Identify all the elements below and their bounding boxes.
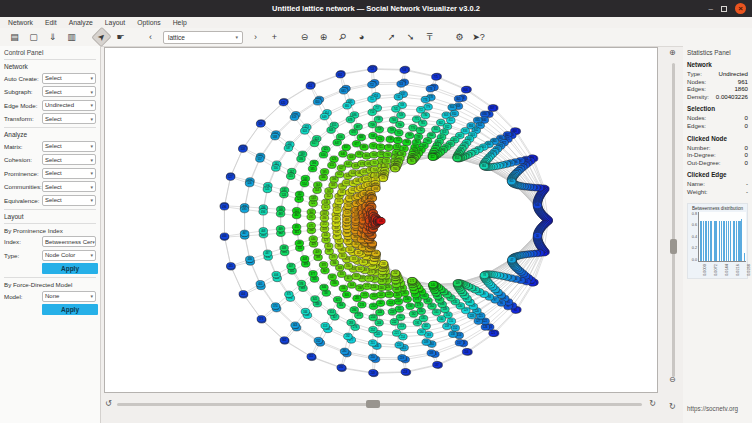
network-node[interactable]: 224 [386,299,395,306]
add-relation-icon[interactable]: + [267,30,282,44]
network-node[interactable]: 775 [432,74,441,81]
network-node[interactable]: 649 [320,113,329,120]
network-node[interactable]: 156 [462,349,471,356]
network-node[interactable]: 439 [295,240,304,247]
network-node[interactable]: 658 [347,154,356,161]
network-node[interactable]: 552 [324,193,333,200]
network-node[interactable]: 791 [407,158,416,165]
network-node[interactable]: 468 [259,228,268,235]
network-node[interactable]: 189 [422,339,431,346]
network-node[interactable]: 404 [239,291,248,298]
network-node[interactable]: 589 [256,121,265,128]
network-node[interactable]: 587 [284,145,293,152]
remove-edge-icon[interactable]: ➘ [403,30,418,44]
network-node[interactable]: 409 [313,249,322,256]
network-node[interactable]: 158 [449,331,458,338]
network-node[interactable]: 253 [369,314,378,321]
close-button[interactable]: × [735,3,746,14]
type-select[interactable]: Node Color ▾ [42,250,96,261]
network-node[interactable]: 437 [263,250,272,257]
menu-edit[interactable]: Edit [45,19,57,26]
network-node[interactable]: 344 [301,308,310,315]
auto-create-select[interactable]: Select▾ [42,73,96,84]
network-node[interactable]: 582 [338,189,347,196]
menu-layout[interactable]: Layout [105,19,125,26]
network-node[interactable]: 525 [263,186,272,193]
network-node[interactable]: 408 [300,256,309,263]
network-node[interactable]: 751 [395,130,404,137]
network-node[interactable]: 378 [319,262,328,269]
network-node[interactable]: 407 [287,263,296,270]
network-node[interactable]: 712 [368,81,377,88]
network-node[interactable]: 553 [313,187,322,194]
network-node[interactable]: 494 [259,209,268,216]
relayout-icon[interactable]: ◕ [354,30,369,44]
network-node[interactable]: 312 [314,337,323,344]
network-node[interactable]: 744 [400,67,409,74]
network-node[interactable]: 471 [307,222,316,229]
graph-canvas[interactable]: 1319319612303262900930932960329639386989… [104,47,658,393]
network-node[interactable]: 688 [357,134,366,141]
network-node[interactable]: 182 [422,323,431,330]
network-node[interactable]: 160 [437,316,446,323]
network-node[interactable]: 314 [327,309,336,316]
network-node[interactable]: 210 [394,298,403,305]
network-node[interactable]: 780 [421,112,430,119]
zoom-slider-handle[interactable] [670,239,677,254]
network-node[interactable]: 181 [419,315,428,322]
network-node[interactable]: 615 [328,162,337,169]
network-node[interactable]: 285 [353,295,362,302]
network-node[interactable]: 304 [348,282,357,289]
communities-select[interactable]: Select▾ [42,181,96,192]
filter-edges-icon[interactable]: ₸ [422,30,437,44]
network-node[interactable]: 614 [335,171,344,178]
network-node[interactable]: 281 [340,348,349,355]
help-pointer-icon[interactable]: ➤? [471,30,486,44]
network-node[interactable]: 466 [220,233,229,240]
network-node[interactable]: 752 [394,137,403,144]
network-node[interactable]: 915 [507,178,516,185]
remove-node-icon[interactable]: ⊖ [297,30,312,44]
network-node[interactable]: 252 [369,326,378,333]
network-node[interactable]: 219 [398,355,407,362]
network-node[interactable]: 741 [392,106,401,113]
edge-mode-select[interactable]: Undirected▾ [42,100,96,111]
network-node[interactable]: 213 [397,323,406,330]
relation-select[interactable]: lattice▾ [163,31,243,44]
zoom-out-icon[interactable]: ⊖ [669,375,676,385]
network-node[interactable]: 493 [276,211,285,218]
network-node[interactable]: 467 [240,230,249,237]
network-node[interactable]: 316 [339,285,348,292]
network-node[interactable]: 682 [336,71,345,78]
network-node[interactable]: 588 [271,133,280,140]
network-node[interactable]: 583 [329,182,338,189]
network-node[interactable]: 750 [396,121,405,128]
network-node[interactable]: 554 [300,180,309,187]
index-select[interactable]: Betweenness Cer ▾ [42,236,96,247]
network-node[interactable]: 711 [368,96,377,103]
network-node[interactable]: 435 [227,263,236,270]
network-node[interactable]: 491 [307,214,316,221]
network-node[interactable]: 946 [533,202,542,209]
network-node[interactable]: 713 [368,66,377,73]
network-node[interactable]: 282 [344,333,353,340]
network-node[interactable]: 526 [245,180,254,187]
network-node[interactable]: 521 [322,204,331,211]
network-node[interactable]: 374 [271,303,280,310]
network-node[interactable]: 760 [391,165,400,172]
network-node[interactable]: 736 [383,151,392,158]
network-node[interactable]: 773 [421,96,430,103]
network-node[interactable]: 837 [488,105,497,112]
menu-help[interactable]: Help [173,19,187,26]
network-node[interactable]: 524 [280,191,289,198]
network-node[interactable]: 495 [240,206,249,213]
network-node[interactable]: 822 [428,154,437,161]
add-node-icon[interactable]: ⊕ [316,30,331,44]
network-node[interactable]: 556 [272,165,281,172]
socnetv-link[interactable]: https://socnetv.org [687,405,738,412]
menu-analyze[interactable]: Analyze [69,19,93,26]
network-node[interactable]: 315 [333,296,342,303]
network-node[interactable]: 280 [337,364,346,371]
network-node[interactable]: 650 [313,99,322,106]
network-node[interactable]: 651 [306,83,315,90]
